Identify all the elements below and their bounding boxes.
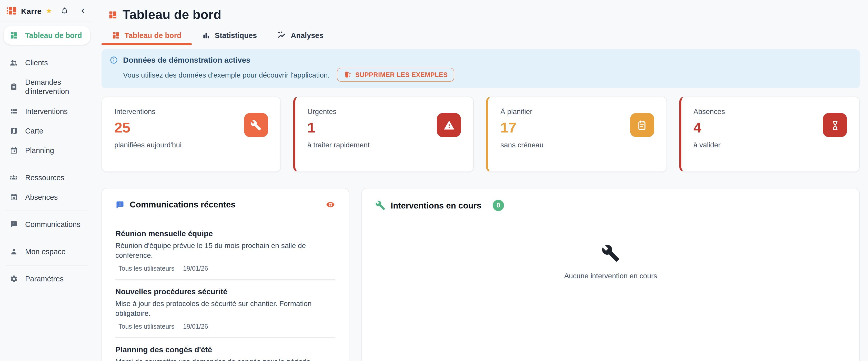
gear-icon — [9, 275, 18, 283]
calendar-x-icon — [9, 193, 18, 201]
sidebar-item-interventions[interactable]: Interventions — [4, 102, 90, 120]
karre-logo-icon — [7, 6, 18, 16]
empty-state-text: Aucune intervention en cours — [375, 272, 846, 280]
sidebar-item-parametres[interactable]: Paramètres — [4, 270, 90, 288]
chat-alert-icon — [9, 220, 18, 228]
sidebar-divider — [6, 238, 88, 239]
page-title-row: Tableau de bord — [101, 7, 860, 22]
people-icon — [9, 58, 18, 67]
sidebar-divider — [6, 49, 88, 49]
sidebar-item-mon-espace[interactable]: Mon espace — [4, 243, 90, 261]
hourglass-icon — [823, 113, 847, 137]
stat-card-absences[interactable]: Absences 4 à valider — [679, 96, 860, 172]
bottom-panels-row: Communications récentes Réunion mensuell… — [101, 188, 860, 361]
communication-item[interactable]: Planning des congés d'été Merci de soume… — [115, 337, 335, 361]
tab-statistiques[interactable]: Statistiques — [192, 31, 267, 45]
groups-icon — [9, 173, 18, 182]
tab-label: Analyses — [291, 31, 323, 39]
sidebar-divider — [6, 265, 88, 266]
sidebar-item-label: Paramètres — [25, 275, 64, 284]
sidebar-item-label: Ressources — [25, 173, 64, 182]
trend-sparkle-icon — [277, 31, 286, 39]
communication-date: 19/01/26 — [183, 265, 208, 272]
sidebar-item-label: Mon espace — [25, 247, 66, 256]
count-badge: 0 — [493, 200, 504, 211]
tab-tableau-de-bord[interactable]: Tableau de bord — [101, 31, 192, 45]
stat-card-a-planifier[interactable]: À planifier 17 sans créneau — [486, 96, 667, 172]
delete-examples-button[interactable]: SUPPRIMER LES EXEMPLES — [337, 68, 455, 82]
sidebar-item-label: Tableau de bord — [25, 31, 82, 40]
favorite-star-icon: ★ — [45, 7, 52, 15]
wrench-icon — [375, 200, 385, 211]
stat-sublabel: planifiées aujourd'hui — [114, 141, 268, 149]
note-pad-icon — [630, 113, 654, 137]
communication-audience: Tous les utilisateurs — [118, 265, 174, 272]
sidebar-nav: Tableau de bord Clients — [0, 22, 94, 288]
sidebar-header: Karre ★ — [0, 0, 94, 22]
sidebar-item-label: Clients — [25, 58, 48, 67]
sidebar-divider — [6, 211, 88, 211]
sidebar-item-planning[interactable]: Planning — [4, 141, 90, 160]
dashboard-icon — [9, 31, 18, 39]
warning-triangle-icon — [437, 113, 461, 137]
communication-body: Merci de soumettre vos demandes de congé… — [115, 357, 331, 361]
tab-label: Tableau de bord — [125, 31, 182, 39]
communication-title: Planning des congés d'été — [115, 345, 335, 354]
sidebar: Karre ★ Tableau — [0, 0, 94, 361]
tab-analyses[interactable]: Analyses — [267, 31, 334, 45]
sidebar-item-clients[interactable]: Clients — [4, 53, 90, 72]
communication-body: Mise à jour des protocoles de sécurité s… — [115, 299, 331, 318]
sidebar-item-demandes-intervention[interactable]: Demandes d'intervention — [4, 73, 90, 101]
collapse-sidebar-chevron-icon[interactable] — [80, 7, 87, 15]
empty-state: Aucune intervention en cours — [375, 244, 846, 280]
sidebar-item-absences[interactable]: Absences — [4, 188, 90, 206]
stat-sublabel: sans créneau — [500, 141, 654, 149]
sidebar-item-label: Demandes d'intervention — [25, 78, 85, 96]
communications-title: Communications récentes — [130, 200, 236, 210]
notifications-bell-icon[interactable] — [61, 7, 69, 15]
clipboard-icon — [9, 83, 18, 91]
stat-label: Interventions — [114, 107, 268, 115]
info-icon — [110, 56, 118, 64]
stat-cards-row: Interventions 25 planifiées aujourd'hui … — [101, 96, 860, 172]
main-content: Tableau de bord Tableau de bord — [94, 0, 868, 361]
chat-alert-icon — [115, 200, 125, 209]
banner-message: Vous utilisez des données d'exemple pour… — [123, 71, 330, 79]
dashboard-icon — [108, 10, 117, 19]
interventions-panel: Interventions en cours 0 Aucune interven… — [362, 188, 860, 361]
stat-label: Urgentes — [307, 107, 461, 115]
sidebar-item-tableau-de-bord[interactable]: Tableau de bord — [4, 26, 90, 45]
stat-card-urgentes[interactable]: Urgentes 1 à traiter rapidement — [293, 96, 474, 172]
sidebar-item-label: Planning — [25, 146, 54, 155]
calendar-icon — [9, 146, 18, 155]
stat-label: À planifier — [500, 107, 654, 115]
tab-bar: Tableau de bord Statistiques — [101, 31, 860, 45]
wrench-icon — [244, 113, 268, 137]
stat-sublabel: à valider — [693, 141, 847, 149]
sidebar-item-label: Carte — [25, 126, 43, 135]
communication-item[interactable]: Réunion mensuelle équipe Réunion d'équip… — [115, 229, 335, 279]
grid-icon — [9, 107, 18, 115]
sidebar-item-label: Absences — [25, 193, 58, 202]
communication-item[interactable]: Nouvelles procédures sécurité Mise à jou… — [115, 279, 335, 337]
map-icon — [9, 127, 18, 135]
tab-label: Statistiques — [215, 31, 257, 39]
eye-icon[interactable] — [326, 200, 335, 210]
sidebar-item-communications[interactable]: Communications — [4, 215, 90, 234]
sidebar-item-carte[interactable]: Carte — [4, 121, 90, 140]
stat-card-interventions[interactable]: Interventions 25 planifiées aujourd'hui — [101, 96, 281, 172]
wrench-icon — [601, 244, 620, 262]
communication-audience: Tous les utilisateurs — [118, 323, 174, 330]
sidebar-item-label: Communications — [25, 220, 81, 229]
communications-list: Réunion mensuelle équipe Réunion d'équip… — [115, 229, 335, 361]
communication-date: 19/01/26 — [183, 323, 208, 330]
demo-data-banner: Données de démonstration actives Vous ut… — [101, 49, 860, 88]
dashboard-icon — [112, 31, 120, 39]
sidebar-divider — [6, 164, 88, 164]
delete-examples-label: SUPPRIMER LES EXEMPLES — [355, 71, 448, 78]
sidebar-item-ressources[interactable]: Ressources — [4, 168, 90, 187]
communication-title: Réunion mensuelle équipe — [115, 229, 335, 238]
person-icon — [9, 248, 18, 256]
bar-chart-icon — [202, 31, 210, 39]
stat-label: Absences — [693, 107, 847, 115]
